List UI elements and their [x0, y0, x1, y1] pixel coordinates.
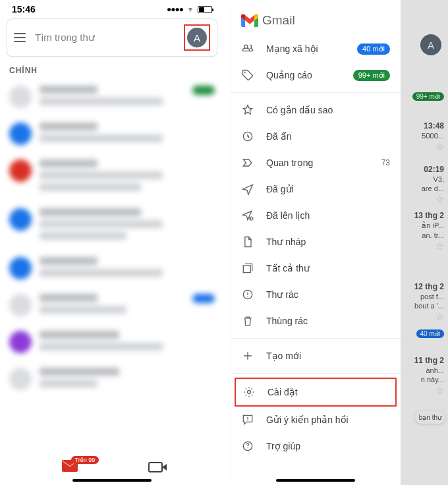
- status-icons: ●●●●: [167, 5, 212, 14]
- help-icon: [241, 440, 254, 453]
- account-avatar[interactable]: A: [187, 28, 207, 47]
- plus-icon: [241, 349, 254, 362]
- gmail-logo-icon: [241, 14, 258, 27]
- status-time: 15:46: [12, 4, 36, 14]
- search-bar[interactable]: Tìm trong thư A: [7, 18, 217, 57]
- drawer-item-create[interactable]: Tạo mới: [231, 343, 401, 369]
- cellular-icon: ●●●●: [167, 5, 183, 14]
- avatar-highlight: A: [184, 24, 210, 51]
- trash-icon: [241, 314, 254, 328]
- drawer-item-drafts[interactable]: Thư nháp: [231, 229, 401, 255]
- drawer-item-social[interactable]: Mạng xã hội 40 mới: [231, 36, 401, 62]
- tag-icon: [241, 69, 254, 82]
- drawer-scrim[interactable]: [401, 0, 448, 485]
- drawer-item-trash[interactable]: Thùng rác: [231, 308, 401, 334]
- bottom-nav: Trên 99: [0, 460, 224, 474]
- drawer-item-important[interactable]: Quan trọng 73: [231, 150, 401, 176]
- feedback-icon: [241, 413, 254, 426]
- battery-icon: [198, 6, 212, 13]
- drawer-item-spam[interactable]: Thư rác: [231, 281, 401, 308]
- mail-tab[interactable]: Trên 99: [62, 460, 78, 474]
- svg-point-3: [248, 391, 251, 394]
- stack-icon: [241, 262, 254, 275]
- star-icon: [241, 103, 254, 117]
- clock-icon: [241, 130, 254, 143]
- draft-icon: [241, 235, 254, 248]
- meet-tab[interactable]: [148, 462, 163, 472]
- badge: 99+ mới: [353, 70, 390, 81]
- status-bar: 15:46 ●●●●: [0, 0, 224, 16]
- drawer-item-starred[interactable]: Có gắn dấu sao: [231, 97, 401, 123]
- menu-icon[interactable]: [14, 33, 26, 42]
- home-indicator: [72, 479, 152, 482]
- home-indicator: [276, 479, 355, 482]
- drawer-item-promotions[interactable]: Quảng cáo 99+ mới: [231, 62, 401, 88]
- drawer-item-sent[interactable]: Đã gửi: [231, 176, 401, 202]
- gear-icon: [242, 385, 256, 399]
- people-icon: [241, 42, 254, 55]
- send-icon: [241, 183, 254, 196]
- drawer-item-allmail[interactable]: Tất cả thư: [231, 255, 401, 281]
- background-inbox-peek: A 99+ mới13:485000...☆02:19V3,are d...☆1…: [401, 0, 448, 485]
- drawer-item-scheduled[interactable]: Đã lên lịch: [231, 202, 401, 229]
- search-placeholder: Tìm trong thư: [35, 32, 175, 43]
- left-screenshot: 15:46 ●●●● Tìm trong thư A CHÍNH Trên 99: [0, 0, 224, 485]
- email-list-blurred: [0, 79, 224, 398]
- drawer-item-settings[interactable]: Cài đặt: [236, 379, 395, 405]
- mail-badge: Trên 99: [71, 456, 99, 464]
- nav-drawer: Gmail Mạng xã hội 40 mới Quảng cáo 99+ m…: [231, 0, 401, 485]
- drawer-item-help[interactable]: Trợ giúp: [231, 433, 401, 459]
- wifi-icon: [186, 6, 195, 13]
- spam-icon: [241, 288, 254, 301]
- gmail-brand-text: Gmail: [262, 13, 295, 28]
- badge: 40 mới: [357, 43, 390, 55]
- svg-point-0: [244, 72, 246, 73]
- schedule-icon: [241, 209, 254, 222]
- important-icon: [241, 156, 254, 169]
- inbox-section-label: CHÍNH: [0, 59, 224, 79]
- drawer-header: Gmail: [231, 0, 401, 36]
- drawer-item-snoozed[interactable]: Đã ẩn: [231, 123, 401, 150]
- settings-highlight: Cài đặt: [235, 378, 397, 407]
- drawer-item-feedback[interactable]: Gửi ý kiến phản hồi: [231, 407, 401, 433]
